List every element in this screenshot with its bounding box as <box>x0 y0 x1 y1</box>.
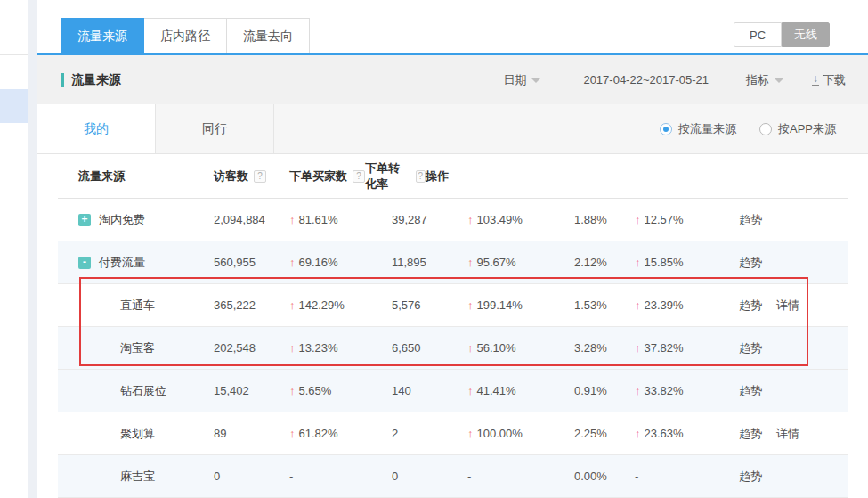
table-header-row: 流量来源访客数?下单买家数?下单转化率?操作 <box>58 154 848 199</box>
visitors-value: 560,955 <box>214 256 289 269</box>
detail-link[interactable]: 详情 <box>776 426 799 442</box>
table-wrap: 流量来源访客数?下单买家数?下单转化率?操作 +淘内免费2,094,884↑81… <box>37 154 868 498</box>
change-value: 37.82% <box>645 341 684 355</box>
metric-dropdown-label: 指标 <box>746 72 769 88</box>
collapse-minus-icon[interactable]: - <box>78 257 91 269</box>
tab-peers[interactable]: 同行 <box>156 104 274 153</box>
up-arrow-icon: ↑ <box>289 341 296 355</box>
tab-instore-path[interactable]: 店内路径 <box>144 18 227 53</box>
wireless-toggle-button[interactable]: 无线 <box>782 22 830 47</box>
conversion-change: ↑23.63% <box>635 427 739 440</box>
actions-cell: 趋势 <box>739 469 848 485</box>
up-arrow-icon: ↑ <box>467 341 474 355</box>
conversion-change: ↑37.82% <box>635 341 739 355</box>
change-value: 95.67% <box>477 256 516 269</box>
metric-dropdown[interactable]: 指标 <box>746 72 783 88</box>
up-arrow-icon: ↑ <box>635 341 641 355</box>
buyers-change: ↑95.67% <box>467 256 574 269</box>
conversion-value: 0.00% <box>574 469 635 483</box>
trend-link[interactable]: 趋势 <box>739 340 762 356</box>
change-value: 61.82% <box>299 427 338 440</box>
view-tab-band: 我的 同行 按流量来源 按APP来源 <box>37 104 868 154</box>
change-value: 12.57% <box>645 213 684 226</box>
section-controls: 日期 2017-04-22~2017-05-21 指标 ↓ 下载 <box>503 72 846 88</box>
help-icon[interactable]: ? <box>353 170 365 183</box>
radio-unselected-icon <box>759 123 772 135</box>
visitors-change: ↑13.23% <box>289 341 392 355</box>
pc-toggle-button[interactable]: PC <box>734 22 782 47</box>
trend-link[interactable]: 趋势 <box>739 383 762 399</box>
radio-by-traffic-source[interactable]: 按流量来源 <box>660 121 736 137</box>
left-sidebar-sliver <box>0 0 28 498</box>
tab-mine[interactable]: 我的 <box>37 104 156 153</box>
actions-cell: 趋势 <box>739 383 848 399</box>
sidebar-selected-item[interactable] <box>0 89 28 123</box>
tab-traffic-source[interactable]: 流量来源 <box>61 18 144 53</box>
up-arrow-icon: ↑ <box>635 427 641 440</box>
expand-plus-icon[interactable]: + <box>78 214 91 226</box>
up-arrow-icon: ↑ <box>635 384 641 397</box>
change-value: 23.63% <box>645 427 684 440</box>
change-value: 81.61% <box>299 213 338 226</box>
app-root: 流量来源 店内路径 流量去向 PC 无线 流量来源 日期 2017-04-22~… <box>0 0 868 498</box>
change-value: 15.85% <box>645 256 684 269</box>
column-header-label: 流量来源 <box>78 168 125 184</box>
actions-cell: 趋势详情 <box>739 298 848 314</box>
radio-selected-icon <box>660 123 672 135</box>
help-icon[interactable]: ? <box>254 170 266 183</box>
traffic-source-cell: 直通车 <box>58 298 214 314</box>
change-value: 69.16% <box>299 256 338 269</box>
title-accent-bar <box>61 73 64 87</box>
up-arrow-icon: ↑ <box>467 298 474 312</box>
up-arrow-icon: ↑ <box>635 298 641 312</box>
trend-link[interactable]: 趋势 <box>739 212 762 228</box>
download-button[interactable]: ↓ 下载 <box>812 72 846 88</box>
main-panel: 流量来源 店内路径 流量去向 PC 无线 流量来源 日期 2017-04-22~… <box>37 0 868 498</box>
date-dropdown[interactable]: 日期 <box>503 72 540 88</box>
buyers-change: ↑41.41% <box>467 384 574 397</box>
section-title-group: 流量来源 <box>61 72 121 88</box>
visitors-value: 365,222 <box>214 298 289 312</box>
visitors-value: 2,094,884 <box>214 213 289 226</box>
column-header-1: 流量来源 <box>58 168 214 184</box>
buyers-value: 140 <box>392 384 467 397</box>
conversion-value: 1.88% <box>574 213 635 226</box>
date-range-value[interactable]: 2017-04-22~2017-05-21 <box>583 73 709 86</box>
radio-label: 按APP来源 <box>778 121 836 137</box>
change-value: 199.14% <box>477 298 523 312</box>
up-arrow-icon: ↑ <box>289 384 296 397</box>
traffic-source-name: 淘宝客 <box>120 340 155 356</box>
conversion-change: ↑15.85% <box>635 256 739 269</box>
up-arrow-icon: ↑ <box>467 256 474 269</box>
layout-gutter <box>28 0 37 498</box>
change-value: 56.10% <box>477 341 516 355</box>
radio-by-app-source[interactable]: 按APP来源 <box>759 121 836 137</box>
trend-link[interactable]: 趋势 <box>739 469 762 485</box>
trend-link[interactable]: 趋势 <box>739 255 762 271</box>
tab-traffic-destination[interactable]: 流量去向 <box>227 18 310 53</box>
conversion-change: ↑33.82% <box>635 384 739 397</box>
up-arrow-icon: ↑ <box>289 213 296 226</box>
change-value: 100.00% <box>477 427 523 440</box>
visitors-change: ↑61.82% <box>289 427 392 440</box>
trend-link[interactable]: 趋势 <box>739 298 762 314</box>
buyers-change: ↑103.49% <box>467 213 574 226</box>
up-arrow-icon: ↑ <box>289 256 296 269</box>
download-icon: ↓ <box>812 74 819 86</box>
conversion-value: 2.25% <box>574 427 635 440</box>
table-row: 麻吉宝0-0-0.00%-趋势 <box>58 455 848 498</box>
detail-link[interactable]: 详情 <box>776 298 799 314</box>
change-value: 103.49% <box>477 213 523 226</box>
table-row: +淘内免费2,094,884↑81.61%39,287↑103.49%1.88%… <box>58 199 848 241</box>
traffic-source-table: 流量来源访客数?下单买家数?下单转化率?操作 +淘内免费2,094,884↑81… <box>58 154 848 498</box>
buyers-change: ↑100.00% <box>467 427 574 440</box>
visitors-change: ↑5.65% <box>289 384 392 397</box>
trend-link[interactable]: 趋势 <box>739 426 762 442</box>
table-row: 聚划算89↑61.82%2↑100.00%2.25%↑23.63%趋势详情 <box>58 412 848 455</box>
help-icon[interactable]: ? <box>416 170 426 183</box>
column-header-2: 访客数? <box>214 168 289 184</box>
column-header-label: 下单转化率 <box>365 160 410 192</box>
visitors-value: 0 <box>214 469 289 483</box>
conversion-change: - <box>635 469 739 483</box>
traffic-source-cell: +淘内免费 <box>58 212 214 228</box>
